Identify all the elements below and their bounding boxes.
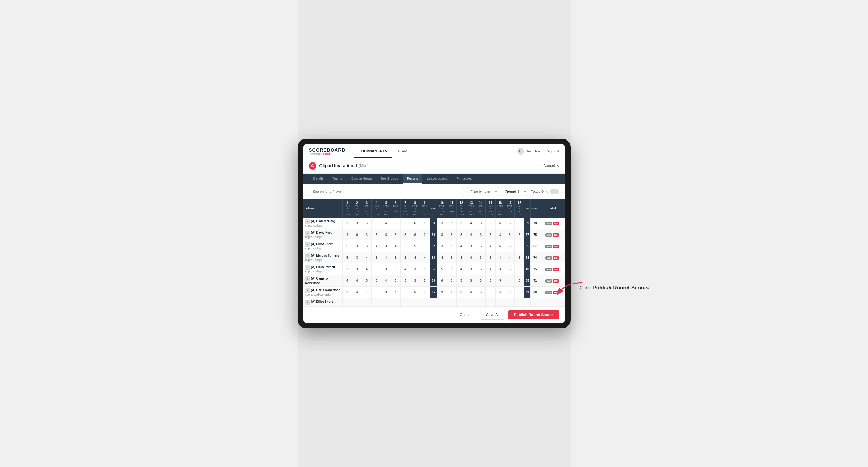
wd-badge[interactable]: WD — [546, 256, 552, 260]
score-out-2[interactable]: 6 — [352, 229, 362, 241]
score-in-17[interactable]: 5 — [505, 241, 515, 252]
score-out-1[interactable]: 4 — [342, 275, 352, 287]
score-in-16[interactable]: 4 — [495, 287, 505, 298]
score-out-9[interactable]: 5 — [420, 275, 430, 287]
score-in-11[interactable]: 5 — [447, 241, 457, 252]
score-empty[interactable] — [530, 298, 540, 307]
score-empty[interactable] — [515, 298, 524, 307]
score-out-5[interactable]: 5 — [381, 229, 391, 241]
score-out-3[interactable]: 4 — [362, 263, 372, 275]
score-out-4[interactable]: 5 — [372, 252, 381, 263]
score-out-2[interactable]: 3 — [352, 241, 362, 252]
score-out-4[interactable]: 5 — [372, 218, 381, 229]
score-out-1[interactable]: 4 — [342, 229, 352, 241]
save-all-button[interactable]: Save All — [480, 310, 505, 320]
score-in-12[interactable]: 5 — [457, 275, 466, 287]
score-out-6[interactable]: 3 — [391, 252, 400, 263]
score-out-9[interactable]: 5 — [420, 218, 430, 229]
score-in-10[interactable]: 3 — [437, 287, 447, 298]
score-out-1[interactable]: 3 — [342, 287, 352, 298]
score-in-11[interactable]: 5 — [447, 229, 457, 241]
score-empty[interactable] — [372, 298, 381, 307]
score-empty[interactable] — [437, 298, 447, 307]
score-out-3[interactable]: 5 — [362, 218, 372, 229]
filter-team-select[interactable]: Filter by team — [467, 187, 499, 196]
score-in-11[interactable]: 5 — [447, 287, 457, 298]
tab-tee-groups[interactable]: Tee Groups — [376, 174, 403, 184]
score-in-18[interactable]: 3 — [515, 287, 524, 298]
score-in-17[interactable]: 3 — [505, 287, 515, 298]
score-empty[interactable] — [457, 298, 466, 307]
score-empty[interactable] — [410, 298, 420, 307]
score-out-9[interactable]: 5 — [420, 263, 430, 275]
dq-badge[interactable]: DQ — [553, 268, 559, 271]
score-empty[interactable] — [430, 298, 437, 307]
score-in-13[interactable]: 4 — [466, 287, 476, 298]
score-in-10[interactable]: 5 — [437, 263, 447, 275]
score-in-15[interactable]: 5 — [486, 218, 495, 229]
score-out-5[interactable]: 3 — [381, 252, 391, 263]
nav-tournaments[interactable]: TOURNAMENTS — [354, 145, 392, 158]
score-in-13[interactable]: 3 — [466, 241, 476, 252]
score-out-1[interactable]: 5 — [342, 241, 352, 252]
score-in-10[interactable]: 4 — [437, 252, 447, 263]
score-in-16[interactable]: 3 — [495, 229, 505, 241]
score-in-15[interactable]: 3 — [486, 275, 495, 287]
score-empty[interactable] — [362, 298, 372, 307]
score-in-13[interactable]: 4 — [466, 252, 476, 263]
score-in-17[interactable]: 5 — [505, 229, 515, 241]
score-out-2[interactable]: 3 — [352, 218, 362, 229]
score-out-5[interactable]: 3 — [381, 263, 391, 275]
round-select[interactable]: Round 3 — [502, 187, 528, 196]
dq-badge[interactable]: DQ — [553, 222, 559, 225]
dq-badge[interactable]: DQ — [553, 256, 559, 260]
tab-course-setup[interactable]: Course Setup — [347, 174, 376, 184]
score-empty[interactable] — [505, 298, 515, 307]
score-empty[interactable] — [381, 298, 391, 307]
score-out-3[interactable]: 5 — [362, 275, 372, 287]
score-in-11[interactable]: 5 — [447, 263, 457, 275]
wd-badge[interactable]: WD — [546, 268, 552, 271]
score-in-15[interactable]: 4 — [486, 263, 495, 275]
score-out-2[interactable]: 4 — [352, 275, 362, 287]
wd-badge[interactable]: WD — [546, 291, 552, 294]
score-out-8[interactable]: 6 — [410, 218, 420, 229]
score-empty[interactable] — [524, 298, 530, 307]
score-out-7[interactable]: 5 — [401, 275, 410, 287]
score-empty[interactable] — [420, 298, 430, 307]
score-in-18[interactable]: 5 — [515, 218, 524, 229]
score-empty[interactable] — [476, 298, 486, 307]
score-in-17[interactable]: 4 — [505, 252, 515, 263]
score-in-14[interactable]: 5 — [476, 241, 486, 252]
score-in-15[interactable]: 3 — [486, 287, 495, 298]
wd-badge[interactable]: WD — [546, 222, 552, 225]
score-in-17[interactable]: 5 — [505, 218, 515, 229]
score-in-10[interactable]: 3 — [437, 229, 447, 241]
score-out-7[interactable]: 4 — [401, 263, 410, 275]
tab-details[interactable]: Details — [309, 174, 328, 184]
score-in-14[interactable]: 3 — [476, 229, 486, 241]
score-in-13[interactable]: 3 — [466, 275, 476, 287]
score-in-18[interactable]: 6 — [515, 229, 524, 241]
score-out-5[interactable]: 3 — [381, 241, 391, 252]
dq-badge[interactable]: DQ — [553, 234, 559, 237]
score-out-8[interactable]: 3 — [410, 275, 420, 287]
score-out-1[interactable]: 3 — [342, 218, 352, 229]
score-in-14[interactable]: 5 — [476, 263, 486, 275]
score-out-7[interactable]: 5 — [401, 218, 410, 229]
score-in-17[interactable]: 5 — [505, 263, 515, 275]
cancel-header-button[interactable]: Cancel ✕ — [543, 164, 559, 168]
score-out-8[interactable]: 5 — [410, 287, 420, 298]
score-in-18[interactable]: 6 — [515, 263, 524, 275]
score-out-9[interactable]: 3 — [420, 241, 430, 252]
score-out-6[interactable]: 3 — [391, 229, 400, 241]
cancel-footer-button[interactable]: Cancel — [454, 310, 477, 319]
score-in-14[interactable]: 5 — [476, 287, 486, 298]
score-empty[interactable] — [495, 298, 505, 307]
score-out-3[interactable]: 3 — [362, 241, 372, 252]
wd-badge[interactable]: WD — [546, 245, 552, 248]
dq-badge[interactable]: DQ — [553, 245, 559, 248]
score-in-16[interactable]: 3 — [495, 263, 505, 275]
score-out-2[interactable]: 3 — [352, 263, 362, 275]
dq-badge[interactable]: DQ — [553, 279, 559, 283]
